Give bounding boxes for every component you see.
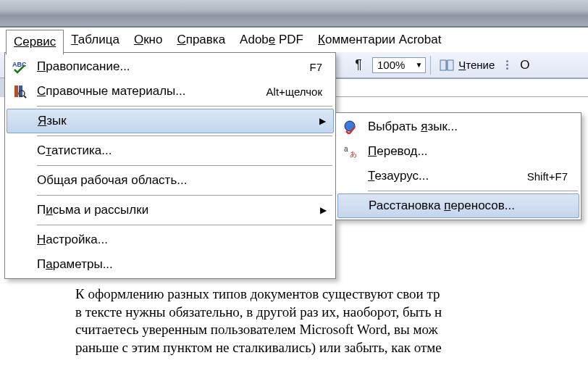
menu-service[interactable]: Сервис — [6, 30, 64, 55]
menuitem-statistics[interactable]: Статистика... — [7, 138, 334, 163]
caret-down-icon: ▼ — [415, 61, 422, 69]
menuitem-setlang[interactable]: Выбрать язык... — [337, 114, 579, 139]
menu-separator — [37, 165, 332, 166]
pilcrow-button[interactable]: ¶ — [349, 56, 368, 75]
zoom-combo[interactable]: 100% ▼ — [372, 57, 426, 73]
menu-help[interactable]: Справка — [169, 30, 232, 50]
menuitem-spelling[interactable]: ABC Правописание... F7 — [7, 54, 334, 79]
menu-service-label: Сервис — [14, 35, 56, 49]
menu-separator — [37, 195, 332, 196]
blank-icon — [340, 166, 361, 186]
language-submenu: Выбрать язык... aあ Перевод... Тезаурус..… — [335, 112, 581, 220]
blank-icon — [10, 111, 30, 131]
menu-separator — [37, 135, 332, 136]
menu-separator — [37, 106, 332, 107]
menu-help-label: правка — [186, 33, 225, 46]
svg-text:あ: あ — [350, 150, 357, 158]
menuitem-research[interactable]: Справочные материалы... Alt+щелчок — [7, 79, 334, 104]
toolbar-gripper[interactable] — [503, 60, 511, 70]
menu-adobe[interactable]: Adobe PDF — [232, 30, 311, 50]
research-icon — [9, 81, 30, 101]
menuitem-mailings[interactable]: Письма и рассылки ▶ — [7, 198, 334, 222]
spellcheck-icon: ABC — [9, 57, 30, 77]
translate-icon: aあ — [340, 141, 361, 162]
svg-text:ABC: ABC — [12, 61, 27, 68]
thesaurus-shortcut: Shift+F7 — [527, 170, 575, 183]
spelling-shortcut: F7 — [309, 61, 329, 73]
svg-rect-0 — [440, 60, 446, 70]
menubar: Сервис Таблица Окно Справка Adobe PDF Ко… — [0, 28, 588, 52]
doc-line: считаетесь уверенным пользователем Micro… — [75, 322, 438, 337]
arrow-right-icon: ▶ — [319, 116, 329, 126]
blank-icon — [9, 170, 30, 191]
research-shortcut: Alt+щелчок — [266, 86, 329, 98]
menuitem-translate[interactable]: aあ Перевод... — [337, 139, 579, 164]
menu-acrobat-label: омментарии Acrobat — [325, 33, 441, 46]
svg-rect-4 — [14, 86, 18, 97]
service-dropdown: ABC Правописание... F7 Справочные матери… — [4, 52, 336, 279]
toolbar-separator — [430, 56, 431, 75]
blank-icon — [9, 200, 30, 220]
sharedws-label: Общая рабочая область... — [37, 173, 329, 188]
doc-line: раньше с этим пунктом не сталкивались) и… — [75, 340, 442, 355]
menu-separator — [368, 191, 578, 191]
blank-icon — [9, 141, 30, 161]
menu-table-label: аблица — [78, 33, 119, 46]
menuitem-sharedws[interactable]: Общая рабочая область... — [7, 168, 334, 193]
svg-rect-1 — [448, 60, 453, 70]
menuitem-customize[interactable]: Настройка... — [7, 228, 334, 252]
menu-table[interactable]: Таблица — [64, 30, 127, 50]
globe-check-icon — [340, 117, 361, 137]
blank-icon — [9, 254, 30, 275]
blank-icon — [341, 196, 361, 216]
toolbar-extra: О — [520, 58, 529, 72]
reading-label: тение — [466, 59, 495, 71]
arrow-right-icon: ▶ — [320, 205, 329, 215]
book-icon — [440, 58, 454, 72]
menu-acrobat[interactable]: Комментарии Acrobat — [311, 30, 448, 50]
doc-line: К оформлению разных типов документов сущ… — [75, 286, 440, 301]
svg-line-7 — [24, 96, 26, 98]
zoom-value: 100% — [377, 59, 405, 71]
blank-icon — [9, 230, 30, 250]
window-titlebar — [0, 0, 588, 28]
menu-separator — [37, 225, 332, 225]
menu-window-label: кно — [143, 33, 162, 46]
menuitem-hyphenation[interactable]: Расстановка переносов... — [337, 193, 579, 218]
svg-text:a: a — [344, 145, 348, 153]
menuitem-language[interactable]: Язык ▶ — [7, 109, 334, 133]
menuitem-options[interactable]: Параметры... — [7, 252, 334, 277]
menuitem-thesaurus[interactable]: Тезаурус... Shift+F7 — [337, 164, 579, 188]
doc-line: в тексте нужны обязательно, в другой раз… — [75, 304, 442, 320]
reading-layout-button[interactable]: Чтение — [435, 57, 499, 74]
menu-window[interactable]: Окно — [127, 30, 170, 50]
